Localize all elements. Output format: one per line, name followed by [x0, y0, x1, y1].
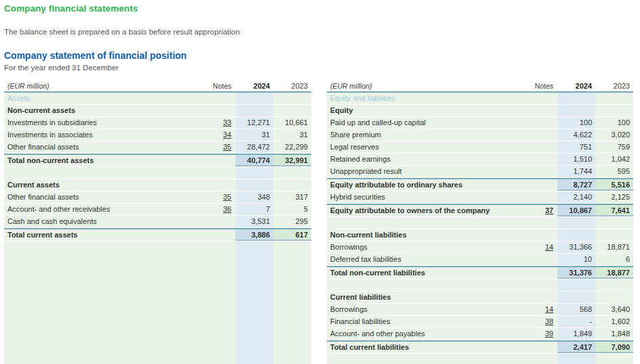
- table-row: Legal reserves751759: [327, 141, 633, 154]
- value-2023-cell: 7,641: [595, 205, 633, 217]
- assets-table: (EUR million) Notes 2024 2023 AssetsNon-…: [4, 81, 311, 364]
- value-2024-cell: 1,744: [557, 166, 595, 177]
- value-2024-cell: 10: [557, 254, 595, 265]
- note-link[interactable]: 14: [545, 243, 553, 251]
- value-2024-cell: 40,774: [235, 155, 273, 166]
- assets-table-header: (EUR million) Notes 2024 2023: [4, 81, 311, 93]
- section-label-row: Assets: [4, 93, 311, 105]
- row-label: Total current assets: [7, 231, 78, 239]
- row-label-cell: Account- and other payables: [327, 328, 526, 340]
- section-label-row: Equity and liabilities: [327, 93, 633, 105]
- row-label-cell: Account- and other receivables: [4, 204, 204, 215]
- value-2024-cell: -: [557, 316, 595, 327]
- row-label-cell: Paid up and called-up capital: [327, 117, 526, 129]
- value-2024-cell: [235, 105, 273, 116]
- row-label-cell: Non-current liabilities: [327, 229, 526, 241]
- table-row: Borrowings1431,36618,871: [327, 242, 633, 254]
- value-2024-cell: 28,472: [235, 141, 273, 153]
- year-2023-column-header: 2023: [273, 81, 311, 91]
- note-link[interactable]: 39: [545, 329, 553, 338]
- note-link[interactable]: 14: [545, 305, 553, 313]
- note-link[interactable]: 35: [223, 143, 231, 151]
- table-row: Cash and cash equivalents3,531295: [4, 216, 311, 228]
- note-link[interactable]: 36: [223, 205, 231, 213]
- note-link[interactable]: 38: [545, 317, 553, 325]
- note-cell: [526, 141, 557, 153]
- note-link[interactable]: 35: [223, 193, 231, 201]
- value-2024-cell: [557, 354, 595, 364]
- value-2023-cell: 1,602: [595, 316, 633, 327]
- value-2023-cell: [273, 242, 311, 364]
- row-label-cell: Assets: [4, 93, 204, 104]
- row-label: Total non-current assets: [7, 156, 94, 164]
- row-label: Retained earnings: [330, 155, 390, 163]
- value-2024-cell: 31,366: [557, 242, 595, 253]
- value-2023-cell: 3,640: [595, 304, 633, 315]
- value-2024: -: [589, 317, 592, 325]
- value-2023: 100: [618, 118, 630, 127]
- table-row: Deferred tax liabilities106: [327, 254, 633, 266]
- subheader-row: Current assets: [4, 179, 311, 191]
- table-row: Investments in subsidiaries3312,27110,66…: [4, 117, 311, 129]
- row-label-cell: [4, 242, 204, 364]
- year-2023-column-header: 2023: [595, 81, 633, 91]
- note-cell: [204, 242, 235, 364]
- row-label: Paid up and called-up capital: [330, 118, 426, 127]
- value-2024: 1,510: [573, 155, 592, 163]
- row-label-cell: Borrowings: [327, 242, 526, 253]
- value-2023-cell: [595, 105, 633, 116]
- value-2024: 10,867: [569, 206, 592, 214]
- spacer-row: [327, 217, 633, 229]
- value-2024-cell: 10,867: [557, 205, 595, 217]
- note-cell: [204, 167, 235, 179]
- row-label: Other financial assets: [7, 143, 79, 151]
- value-2023-cell: 759: [595, 141, 633, 153]
- row-label-cell: Investments in associates: [4, 129, 204, 141]
- row-label-cell: Unappropriated result: [327, 166, 526, 177]
- row-label-cell: Legal reserves: [327, 141, 526, 153]
- value-2023-cell: [273, 93, 311, 104]
- table-row: Unappropriated result1,744595: [327, 166, 633, 178]
- value-2024-cell: [235, 179, 273, 191]
- value-2024: 31,366: [569, 243, 592, 251]
- value-2024: 40,774: [247, 156, 270, 164]
- note-cell: [526, 117, 557, 129]
- value-2024-cell: [557, 105, 595, 116]
- statement-subtitle: For the year ended 31 December: [4, 64, 633, 72]
- row-label-cell: [327, 354, 526, 364]
- value-2023-cell: 595: [595, 166, 633, 177]
- value-2024: 31,376: [569, 269, 592, 277]
- row-label: Current liabilities: [330, 293, 391, 301]
- note-link[interactable]: 33: [223, 118, 231, 127]
- unit-label: (EUR million): [327, 81, 526, 91]
- value-2023-cell: [595, 292, 633, 303]
- value-2023: 22,299: [285, 143, 308, 151]
- value-2023: 1,848: [611, 329, 630, 338]
- value-2024: 12,271: [247, 118, 270, 127]
- value-2023: 7,641: [611, 206, 630, 214]
- value-2023: 7,090: [611, 343, 630, 351]
- value-2024-cell: 751: [557, 141, 595, 153]
- note-cell: 33: [204, 117, 235, 129]
- row-label-cell: Total current liabilities: [327, 342, 526, 353]
- value-2024: 1,849: [573, 329, 592, 338]
- value-2023-cell: [595, 354, 633, 364]
- note-cell: [526, 93, 557, 104]
- row-label-cell: Non-current assets: [4, 105, 204, 116]
- note-cell: [526, 129, 557, 141]
- table-row: Share premium4,6223,020: [327, 129, 633, 141]
- total-row: Total current assets3,886617: [4, 228, 311, 242]
- value-2024-cell: [557, 217, 595, 229]
- note-link[interactable]: 34: [223, 131, 231, 139]
- row-label: Cash and cash equivalents: [7, 217, 97, 225]
- value-2024-cell: 7: [235, 204, 273, 215]
- value-2024: 348: [258, 193, 270, 201]
- row-label-cell: Other financial assets: [4, 141, 204, 153]
- total-row: Total non-current liabilities31,37618,87…: [327, 266, 633, 279]
- row-label-cell: Cash and cash equivalents: [4, 216, 204, 227]
- note-link[interactable]: 37: [545, 206, 553, 214]
- note-cell: [526, 254, 557, 265]
- row-label-cell: [327, 279, 526, 291]
- row-label: Investments in subsidiaries: [7, 118, 97, 127]
- table-row: Other financial assets35348317: [4, 191, 311, 204]
